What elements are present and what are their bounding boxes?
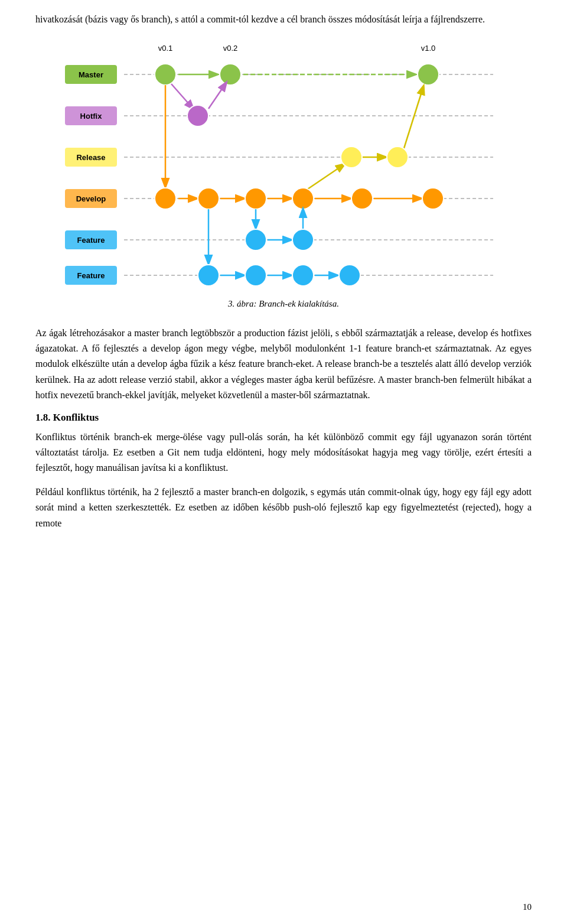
branch-diagram: v0.1 v0.2 v1.0 Master Hotfix [35, 39, 532, 320]
develop-node-5 [351, 188, 373, 209]
feature1-node-1 [245, 229, 266, 250]
develop-node-1 [155, 188, 176, 209]
paragraph-2: Konfliktus történik branch-ek merge-ölés… [35, 430, 532, 476]
page-number: 10 [523, 902, 532, 912]
release-from-develop [304, 164, 344, 191]
release-badge-label: Release [76, 153, 105, 162]
hotfix-to-master [208, 83, 226, 109]
branch-diagram-svg: v0.1 v0.2 v1.0 Master Hotfix [62, 39, 505, 299]
hotfix-badge-label: Hotfix [80, 112, 103, 121]
develop-node-3 [245, 188, 266, 209]
section-title-text: Konfliktus [53, 412, 99, 423]
feature1-node-2 [292, 229, 314, 250]
section-number: 1.8. [35, 412, 51, 423]
v10-label: v1.0 [421, 44, 436, 53]
feature2-node-3 [292, 265, 314, 286]
develop-badge-label: Develop [76, 194, 106, 203]
feature2-node-2 [245, 265, 266, 286]
paragraph-3: Például konfliktus történik, ha 2 fejles… [35, 484, 532, 531]
release-node-2 [387, 147, 408, 168]
release-node-1 [341, 147, 362, 168]
v02-label: v0.2 [223, 44, 238, 53]
intro-paragraph: hivatkozását (bázis vagy ős branch), s a… [35, 12, 532, 27]
section-heading-konfliktus: 1.8. Konfliktus [35, 412, 532, 424]
master-node-2 [220, 64, 241, 85]
diagram-svg-area: v0.1 v0.2 v1.0 Master Hotfix [62, 39, 505, 299]
hotfix-node-1 [187, 105, 208, 126]
develop-node-6 [422, 188, 444, 209]
feature2-badge-label: Feature [77, 271, 105, 280]
v01-label: v0.1 [158, 44, 173, 53]
diagram-caption: 3. ábra: Branch-ek kialakítása. [228, 299, 339, 309]
paragraph-1: Az ágak létrehozásakor a master branch l… [35, 326, 532, 404]
master-node-1 [155, 64, 176, 85]
feature1-badge-label: Feature [77, 236, 105, 245]
feature2-node-4 [339, 265, 360, 286]
develop-node-2 [198, 188, 219, 209]
release-to-master [403, 86, 423, 150]
develop-node-4 [292, 188, 314, 209]
feature2-node-1 [198, 265, 219, 286]
hotfix-from-master [171, 84, 193, 109]
master-badge-label: Master [79, 70, 103, 79]
master-node-3 [418, 64, 439, 85]
